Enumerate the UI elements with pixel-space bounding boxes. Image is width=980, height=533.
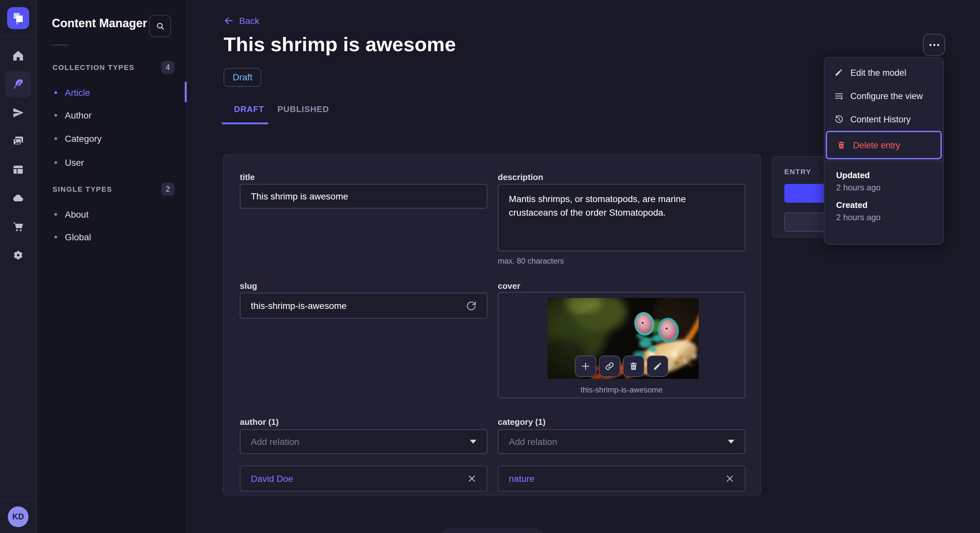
tab-draft[interactable]: DRAFT <box>234 104 264 114</box>
bullet-icon <box>54 137 57 140</box>
category-field-label: category (1) <box>498 417 546 427</box>
section-collection-types: COLLECTION TYPES <box>52 63 135 71</box>
strapi-logo <box>7 7 29 29</box>
entry-meta: Updated 2 hours ago Created 2 hours ago <box>824 161 943 222</box>
sidebar-item-category[interactable]: Category <box>54 132 102 146</box>
user-avatar[interactable]: KD <box>8 506 29 527</box>
menu-item-edit-model[interactable]: Edit the model <box>824 61 943 84</box>
media-library-icon[interactable] <box>5 128 31 154</box>
description-field-label: description <box>498 172 543 182</box>
home-icon[interactable] <box>5 43 31 69</box>
content-manager-subnav: Content Manager COLLECTION TYPES 4 Artic… <box>36 0 187 533</box>
relation-link[interactable]: David Doe <box>251 473 467 484</box>
copy-link-button[interactable] <box>599 355 620 377</box>
menu-item-label: Edit the model <box>850 68 907 78</box>
menu-item-label: Content History <box>850 114 911 124</box>
menu-item-label: Configure the view <box>850 91 923 101</box>
bullet-icon <box>54 236 57 238</box>
close-icon[interactable] <box>725 474 734 483</box>
menu-item-delete-highlight: Delete entry <box>826 131 942 159</box>
title-input[interactable] <box>240 184 487 209</box>
cover-filename: this-shrimp-is-awesome <box>498 385 745 394</box>
add-asset-button[interactable] <box>575 355 596 377</box>
description-hint: max. 80 characters <box>498 257 564 265</box>
bottom-floating-pill[interactable] <box>441 528 544 533</box>
sidebar-item-label: Category <box>65 133 102 144</box>
page-title: This shrimp is awesome <box>224 33 456 56</box>
description-textarea[interactable]: Mantis shrimps, or stomatopods, are mari… <box>498 184 745 251</box>
search-button[interactable] <box>149 15 171 37</box>
cart-icon[interactable] <box>5 214 31 240</box>
paper-plane-icon[interactable] <box>5 100 31 125</box>
entry-actions-menu: Edit the model Configure the view Conten… <box>824 57 944 245</box>
trash-icon <box>629 362 638 371</box>
status-badge: Draft <box>224 68 261 87</box>
menu-item-configure-view[interactable]: Configure the view <box>824 84 943 108</box>
menu-items: Edit the model Configure the view Conten… <box>824 58 943 159</box>
sidebar-item-user[interactable]: User <box>54 155 84 170</box>
sidebar-item-global[interactable]: Global <box>54 230 91 244</box>
category-relation-combobox[interactable]: Add relation <box>498 429 745 454</box>
bullet-icon <box>54 161 57 164</box>
menu-item-delete-entry[interactable]: Delete entry <box>827 132 940 158</box>
cover-asset-card: this-shrimp-is-awesome <box>498 292 745 398</box>
refresh-icon[interactable] <box>465 300 477 311</box>
edit-asset-button[interactable] <box>647 355 668 377</box>
layout-builder-icon[interactable] <box>5 157 31 182</box>
updated-label: Updated <box>836 170 943 180</box>
ellipsis-icon <box>929 44 931 46</box>
active-tab-underline <box>222 122 268 124</box>
main-nav-rail: KD <box>0 0 37 533</box>
cloud-icon[interactable] <box>5 185 31 211</box>
pencil-icon <box>653 362 662 371</box>
sidebar-item-about[interactable]: About <box>54 207 89 222</box>
bullet-icon <box>54 91 57 94</box>
plus-icon <box>581 362 590 371</box>
sidebar-item-label: Article <box>65 87 90 98</box>
author-relation-item: David Doe <box>240 466 487 492</box>
created-value: 2 hours ago <box>836 213 943 222</box>
rail-footer: KD <box>0 499 36 533</box>
chevron-down-icon <box>470 440 476 444</box>
cover-action-bar <box>498 355 745 377</box>
feather-icon[interactable] <box>5 71 31 97</box>
back-label: Back <box>239 16 259 26</box>
menu-item-content-history[interactable]: Content History <box>824 108 943 131</box>
configure-list-icon <box>834 90 844 101</box>
delete-asset-button[interactable] <box>623 355 644 377</box>
combobox-placeholder: Add relation <box>509 436 728 447</box>
back-link[interactable]: Back <box>224 16 259 26</box>
entry-panel-label: ENTRY <box>784 168 811 176</box>
more-actions-button[interactable] <box>923 34 945 56</box>
search-icon <box>155 21 165 31</box>
updated-value: 2 hours ago <box>836 182 943 192</box>
section-single-types: SINGLE TYPES <box>52 185 112 193</box>
app-window: KD Content Manager COLLECTION TYPES 4 Ar… <box>0 0 980 533</box>
single-types-count: 2 <box>161 182 174 195</box>
sidebar-item-label: Global <box>65 232 91 242</box>
active-item-indicator <box>185 82 187 102</box>
created-label: Created <box>836 200 943 210</box>
sidebar-item-author[interactable]: Author <box>54 108 92 122</box>
menu-item-label: Delete entry <box>853 140 900 150</box>
slug-input[interactable] <box>240 293 487 319</box>
tab-published[interactable]: PUBLISHED <box>277 104 329 114</box>
subnav-title: Content Manager <box>52 17 147 30</box>
author-relation-combobox[interactable]: Add relation <box>240 429 487 454</box>
collection-types-count: 4 <box>161 61 174 74</box>
arrow-left-icon <box>224 16 234 26</box>
workspace-logo[interactable] <box>0 0 36 37</box>
divider <box>52 45 68 45</box>
gear-icon[interactable] <box>5 242 31 268</box>
pencil-icon <box>834 67 844 78</box>
close-icon[interactable] <box>467 474 476 483</box>
history-icon <box>834 114 844 124</box>
category-relation-item: nature <box>498 466 745 492</box>
sidebar-item-article[interactable]: Article <box>54 86 90 100</box>
title-field-label: title <box>240 172 255 182</box>
cover-field-label: cover <box>498 281 520 291</box>
slug-field-label: slug <box>240 281 257 291</box>
chevron-down-icon <box>728 440 734 444</box>
relation-link[interactable]: nature <box>509 473 725 484</box>
link-icon <box>605 362 614 371</box>
